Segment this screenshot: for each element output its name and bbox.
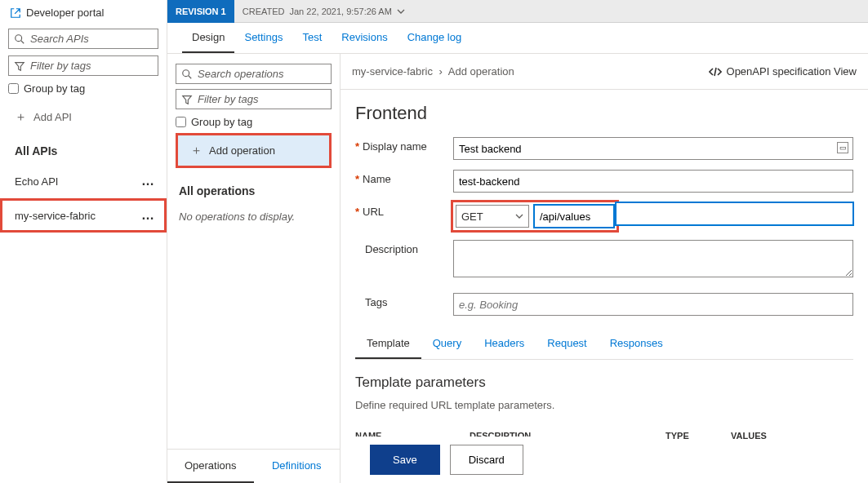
search-apis-input[interactable]: Search APIs <box>8 29 158 49</box>
form-panel: my-service-fabric › Add operation OpenAP… <box>341 54 868 483</box>
plus-icon: ＋ <box>190 143 203 158</box>
http-method-value: GET <box>461 210 483 223</box>
all-apis-title: All APIs <box>0 136 167 164</box>
spec-view-label: OpenAPI specification View <box>727 65 857 78</box>
breadcrumb-sep: › <box>439 65 443 78</box>
stab-headers[interactable]: Headers <box>473 329 536 359</box>
more-icon[interactable]: … <box>141 208 155 223</box>
ops-group-by-tag-label: Group by tag <box>191 116 252 128</box>
url-path-input-inner[interactable] <box>534 205 614 228</box>
filter-icon <box>14 60 25 72</box>
tab-changelog[interactable]: Change log <box>398 23 472 53</box>
required-indicator: * <box>355 140 359 153</box>
filter-ops-placeholder: Filter by tags <box>198 93 258 105</box>
form-sub-tabs: Template Query Headers Request Responses <box>355 329 853 360</box>
api-item-my-service-fabric[interactable]: my-service-fabric … <box>0 198 167 233</box>
name-label: Name <box>363 173 391 185</box>
revision-created-label: CREATED <box>243 7 285 16</box>
filter-tags-input[interactable]: Filter by tags <box>8 55 158 76</box>
ops-bottom-tabs: Operations Definitions <box>167 449 340 483</box>
dev-portal-link[interactable]: Developer portal <box>0 0 167 25</box>
svg-point-0 <box>16 34 22 41</box>
required-indicator: * <box>355 206 359 218</box>
display-name-label: Display name <box>363 140 427 153</box>
all-operations-title: All operations <box>176 171 332 204</box>
dev-portal-label: Developer portal <box>26 7 104 19</box>
revision-badge[interactable]: REVISION 1 <box>167 0 234 23</box>
tags-label: Tags <box>365 296 387 308</box>
discard-button[interactable]: Discard <box>450 445 523 475</box>
revision-created-value: Jan 22, 2021, 9:57:26 AM <box>290 7 392 16</box>
action-row: Save Discard <box>355 436 538 483</box>
display-name-input[interactable] <box>453 137 853 160</box>
tab-revisions[interactable]: Revisions <box>332 23 397 53</box>
url-label: URL <box>363 206 384 218</box>
spec-view-link[interactable]: OpenAPI specification View <box>709 65 857 78</box>
add-operation-button[interactable]: ＋ Add operation <box>176 133 332 168</box>
group-by-tag-input[interactable] <box>8 83 19 94</box>
search-ops-placeholder: Search operations <box>198 68 284 80</box>
chevron-down-icon <box>397 7 405 16</box>
add-operation-label: Add operation <box>209 144 275 157</box>
group-by-tag-label: Group by tag <box>24 82 85 95</box>
save-button[interactable]: Save <box>370 445 440 475</box>
api-item-label: Echo API <box>15 175 58 188</box>
no-operations-msg: No operations to display. <box>176 204 332 229</box>
main-tabs: Design Settings Test Revisions Change lo… <box>167 23 868 54</box>
template-params-desc: Define required URL template parameters. <box>355 399 853 411</box>
tab-test[interactable]: Test <box>292 23 332 53</box>
left-sidebar: Developer portal Search APIs Filter by t… <box>0 0 167 483</box>
name-input[interactable] <box>453 170 853 193</box>
description-input[interactable] <box>453 240 853 277</box>
operations-panel: Search operations Filter by tags Group b… <box>167 54 341 483</box>
http-method-dropdown[interactable]: GET <box>456 205 529 228</box>
group-by-tag-checkbox[interactable]: Group by tag <box>0 79 167 98</box>
tags-input[interactable] <box>453 293 853 316</box>
plus-icon: ＋ <box>15 109 27 125</box>
more-icon[interactable]: … <box>141 174 155 188</box>
search-icon <box>181 69 193 80</box>
api-item-echo[interactable]: Echo API … <box>0 164 167 198</box>
field-action-icon[interactable]: ▭ <box>837 142 848 153</box>
filter-ops-input[interactable]: Filter by tags <box>176 89 332 109</box>
required-indicator: * <box>355 173 359 185</box>
stab-request[interactable]: Request <box>536 329 598 359</box>
breadcrumb: my-service-fabric › Add operation <box>352 65 514 78</box>
code-icon <box>709 66 722 78</box>
stab-template[interactable]: Template <box>355 329 421 359</box>
chevron-down-icon <box>515 212 523 220</box>
filter-tags-placeholder: Filter by tags <box>30 60 91 72</box>
search-icon <box>14 33 25 45</box>
external-link-icon <box>10 7 21 19</box>
th-values: VALUES <box>731 431 796 441</box>
tab-design[interactable]: Design <box>182 23 234 53</box>
search-apis-placeholder: Search APIs <box>30 33 89 45</box>
btab-definitions[interactable]: Definitions <box>254 450 341 483</box>
url-path-input[interactable] <box>616 202 853 225</box>
btab-operations[interactable]: Operations <box>167 450 254 483</box>
form-title: Frontend <box>355 103 853 124</box>
add-api-button[interactable]: ＋ Add API <box>0 98 167 136</box>
ops-group-by-tag-input[interactable] <box>176 117 186 127</box>
svg-point-1 <box>183 69 189 76</box>
revision-bar: REVISION 1 CREATED Jan 22, 2021, 9:57:26… <box>167 0 868 23</box>
api-item-label: my-service-fabric <box>15 210 96 222</box>
breadcrumb-parent[interactable]: my-service-fabric <box>352 65 433 78</box>
breadcrumb-row: my-service-fabric › Add operation OpenAP… <box>341 54 868 90</box>
search-operations-input[interactable]: Search operations <box>176 64 332 84</box>
template-params-title: Template parameters <box>355 374 853 391</box>
revision-meta[interactable]: CREATED Jan 22, 2021, 9:57:26 AM <box>234 7 413 16</box>
description-label: Description <box>365 243 418 255</box>
ops-group-by-tag-checkbox[interactable]: Group by tag <box>176 114 332 130</box>
tab-settings[interactable]: Settings <box>234 23 292 53</box>
breadcrumb-current: Add operation <box>448 65 514 78</box>
add-api-label: Add API <box>33 111 72 123</box>
stab-query[interactable]: Query <box>421 329 473 359</box>
stab-responses[interactable]: Responses <box>599 329 674 359</box>
th-type: TYPE <box>665 431 731 441</box>
filter-icon <box>181 94 193 105</box>
